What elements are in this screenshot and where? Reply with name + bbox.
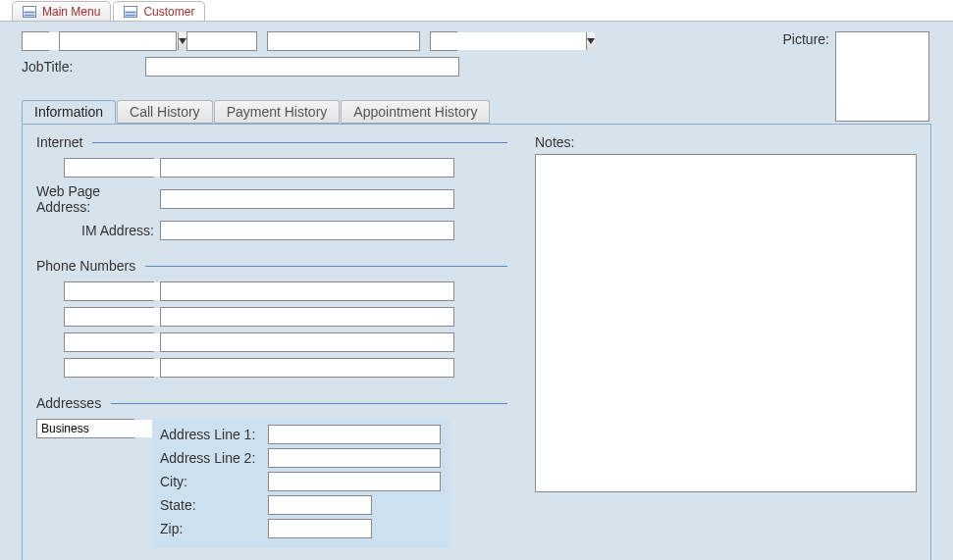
form-icon [23, 6, 36, 18]
phone3-type-combo[interactable] [64, 332, 154, 352]
tab-payment-history[interactable]: Payment History [214, 100, 341, 124]
object-tab-label: Customer [143, 5, 194, 19]
first-name-input[interactable] [59, 31, 177, 51]
notes-textarea[interactable] [535, 154, 917, 492]
jobtitle-label: JobTitle: [22, 59, 139, 75]
suffix-combo-input[interactable] [431, 32, 586, 50]
phone4-input[interactable] [160, 358, 454, 378]
web-input[interactable] [160, 189, 454, 209]
addr-state-label: State: [160, 497, 260, 513]
tab-information[interactable]: Information [22, 100, 116, 124]
addr-line2-input[interactable] [268, 448, 441, 468]
object-tab-main-menu[interactable]: Main Menu [12, 1, 111, 21]
form-canvas: Picture: JobTitle: Information Call Hist… [0, 22, 953, 560]
title-combo[interactable] [22, 31, 49, 51]
addr-line2-label: Address Line 2: [160, 450, 260, 466]
group-title-phone: Phone Numbers [36, 258, 135, 274]
object-tab-label: Main Menu [42, 5, 100, 19]
email-input[interactable] [160, 158, 454, 178]
addr-city-label: City: [160, 474, 260, 489]
im-label: IM Address: [81, 223, 154, 238]
address-type-combo[interactable] [36, 419, 134, 438]
addr-state-input[interactable] [268, 495, 372, 515]
address-panel: Address Line 1: Address Line 2: City: St… [152, 419, 450, 548]
addr-city-input[interactable] [268, 472, 441, 491]
picture-block: Picture: [783, 31, 929, 122]
object-tab-customer[interactable]: Customer [113, 1, 205, 21]
addr-zip-input[interactable] [268, 519, 372, 538]
last-name-input[interactable] [267, 31, 420, 51]
tab-panel-information: Internet Web Page Address: [22, 124, 931, 560]
divider [92, 142, 507, 143]
addr-line1-input[interactable] [268, 425, 441, 444]
group-addresses: Addresses Address Line 1: Address Line 2… [36, 395, 507, 548]
phone4-type-combo[interactable] [64, 358, 154, 378]
group-phone: Phone Numbers [36, 258, 507, 378]
phone2-input[interactable] [160, 307, 454, 327]
notes-label: Notes: [535, 134, 917, 150]
phone3-input[interactable] [160, 332, 454, 352]
jobtitle-input[interactable] [145, 57, 459, 76]
web-label: Web Page Address: [36, 183, 154, 215]
form-icon [124, 6, 137, 18]
picture-label: Picture: [783, 31, 829, 47]
addr-line1-label: Address Line 1: [160, 427, 260, 442]
im-input[interactable] [160, 221, 454, 240]
chevron-down-icon[interactable] [178, 32, 186, 50]
object-tab-bar: Main Menu Customer [0, 0, 953, 22]
group-internet: Internet Web Page Address: [36, 134, 507, 240]
addr-zip-label: Zip: [160, 521, 260, 536]
chevron-down-icon[interactable] [586, 32, 595, 50]
middle-input[interactable] [186, 31, 257, 51]
divider [111, 403, 507, 404]
tab-appointment-history[interactable]: Appointment History [341, 100, 490, 124]
group-title-internet: Internet [36, 134, 82, 150]
phone2-type-combo[interactable] [64, 307, 154, 327]
tab-call-history[interactable]: Call History [117, 100, 213, 124]
email-type-combo[interactable] [64, 158, 154, 178]
group-title-addresses: Addresses [36, 395, 101, 411]
phone1-type-combo[interactable] [64, 281, 154, 301]
divider [145, 266, 507, 267]
suffix-combo[interactable] [430, 31, 457, 51]
phone1-input[interactable] [160, 281, 454, 301]
picture-box[interactable] [835, 31, 929, 122]
